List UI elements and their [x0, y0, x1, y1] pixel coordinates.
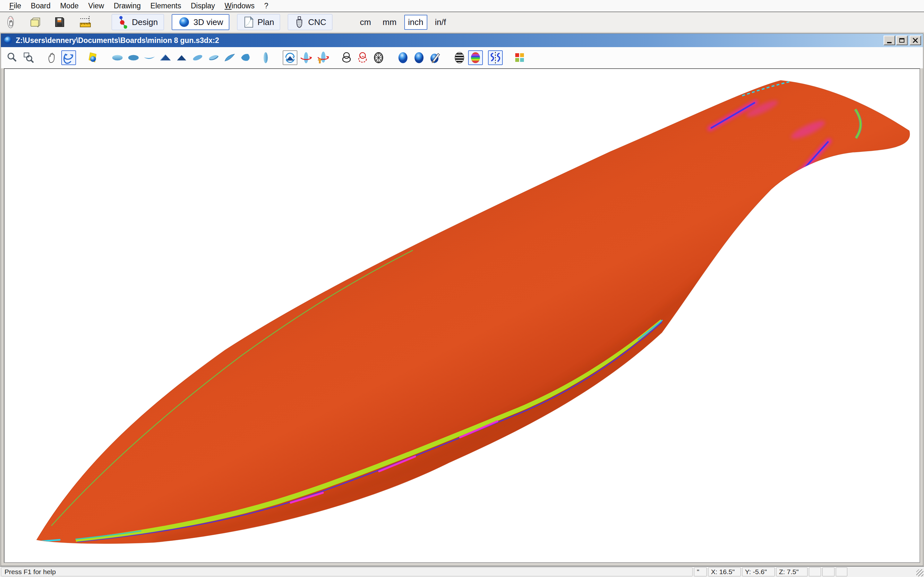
shaded-sphere-icon[interactable] [396, 50, 410, 65]
section-rotate-icon[interactable] [283, 50, 297, 65]
menu-view[interactable]: View [83, 2, 109, 10]
zebra-sphere-icon[interactable] [452, 50, 467, 65]
save-icon[interactable] [52, 15, 67, 29]
design-label: Design [132, 17, 158, 27]
status-bar: Press F1 for help " X: 16.5" Y: -5.6" Z:… [0, 566, 924, 577]
unit-inf[interactable]: in/f [431, 15, 450, 30]
document-title-bar[interactable]: Z:\Users\dennery\Documents\Boards\minion… [1, 34, 923, 47]
unit-inch[interactable]: inch [404, 15, 427, 30]
view-persp2-icon[interactable] [206, 50, 221, 65]
plan-label: Plan [257, 17, 274, 27]
rotate-3d-icon[interactable] [61, 50, 76, 65]
view-bottom-icon[interactable] [126, 50, 141, 65]
view-deck-icon[interactable] [110, 50, 125, 65]
spin-board-icon[interactable] [299, 50, 313, 65]
cnc-label: CNC [308, 17, 326, 27]
plan-mode-button[interactable]: Plan [237, 14, 280, 30]
menu-bar: File Board Mode View Drawing Elements Di… [0, 0, 924, 12]
mesh-sphere-icon[interactable] [371, 50, 386, 65]
status-x: X: 16.5" [708, 567, 741, 576]
document-sphere-icon [3, 36, 13, 45]
curvature-sphere-icon[interactable] [468, 50, 483, 65]
view-front-icon[interactable] [258, 50, 273, 65]
render-light-icon[interactable] [86, 50, 100, 65]
zoom-icon[interactable] [5, 50, 19, 65]
status-y: Y: -5.6" [742, 567, 775, 576]
resize-grip[interactable] [916, 569, 923, 576]
document-title: Z:\Users\dennery\Documents\Boards\minion… [16, 36, 883, 45]
board-document-window: Z:\Users\dennery\Documents\Boards\minion… [1, 33, 923, 566]
minimize-icon [887, 42, 892, 43]
zoom-region-icon[interactable] [21, 50, 36, 65]
sphere-icon [178, 16, 190, 28]
new-board-icon[interactable] [5, 15, 19, 29]
cnc-bit-icon [294, 15, 305, 29]
unit-mm[interactable]: mm [379, 15, 400, 30]
unit-cm[interactable]: cm [356, 15, 375, 30]
menu-elements[interactable]: Elements [145, 2, 186, 10]
maximize-icon [899, 38, 905, 43]
menu-drawing[interactable]: Drawing [109, 2, 145, 10]
view-section2-icon[interactable] [174, 50, 189, 65]
view-section-icon[interactable] [158, 50, 173, 65]
wireframe-red-icon[interactable] [355, 50, 370, 65]
open-folder-icon[interactable] [28, 15, 43, 29]
status-z: Z: 7.5" [776, 567, 808, 576]
measurements-ruler-icon[interactable] [78, 15, 93, 29]
flow-lines-icon[interactable] [488, 50, 503, 65]
view-persp3-icon[interactable] [222, 50, 237, 65]
menu-file[interactable]: File [5, 2, 26, 10]
maximize-button[interactable] [896, 35, 908, 45]
status-help: Press F1 for help [1, 567, 693, 576]
viewport-3d[interactable] [4, 68, 920, 563]
design-nodes-icon [118, 15, 129, 29]
view-persp1-icon[interactable] [190, 50, 205, 65]
plan-page-icon [243, 16, 254, 29]
flip-board-icon[interactable] [315, 50, 330, 65]
menu-display[interactable]: Display [186, 2, 220, 10]
pan-hand-icon[interactable] [45, 50, 60, 65]
close-button[interactable] [909, 35, 921, 45]
view3d-mode-button[interactable]: 3D view [172, 14, 229, 30]
main-toolbar: Design 3D view Plan CNC cm mm inch in/f [0, 12, 924, 32]
view-rocker-icon[interactable] [142, 50, 157, 65]
status-extra-3 [836, 567, 847, 576]
menu-help[interactable]: ? [259, 2, 273, 10]
menu-windows[interactable]: Windows [220, 2, 259, 10]
minimize-button[interactable] [884, 35, 895, 45]
smooth-sphere-icon[interactable] [412, 50, 426, 65]
board-3d-render[interactable] [5, 69, 919, 562]
menu-board[interactable]: Board [26, 2, 55, 10]
status-extra-2 [822, 567, 835, 576]
paint-sphere-icon[interactable] [428, 50, 443, 65]
view3d-label: 3D view [194, 17, 223, 27]
wireframe-icon[interactable] [339, 50, 354, 65]
view-toolbar [1, 47, 923, 68]
menu-mode[interactable]: Mode [55, 2, 83, 10]
view-persp4-icon[interactable] [238, 50, 253, 65]
cnc-mode-button[interactable]: CNC [288, 14, 332, 30]
color-palette-icon[interactable] [512, 50, 527, 65]
close-icon [913, 37, 918, 43]
status-extra-1 [809, 567, 821, 576]
status-unit-marker: " [694, 567, 707, 576]
design-mode-button[interactable]: Design [111, 14, 164, 30]
board-silhouette [37, 81, 909, 544]
